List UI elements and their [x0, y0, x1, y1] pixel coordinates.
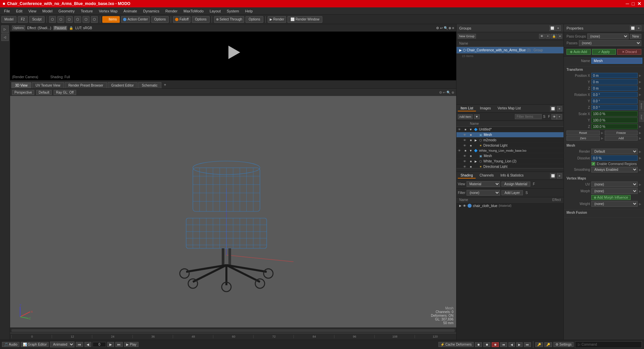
viewport-options-btn[interactable]: Options [12, 26, 25, 30]
items-button[interactable]: Items [102, 16, 120, 23]
zero-button[interactable]: Zero [567, 136, 600, 141]
group-expand[interactable]: ▶ [459, 48, 463, 52]
position-x-value[interactable]: 0 m [591, 73, 638, 78]
tool-icon-3[interactable]: ⬡ [66, 16, 73, 23]
expand-wyl-grp[interactable]: ▶ [475, 160, 478, 163]
settings-button[interactable]: ⚙ Settings [553, 342, 574, 347]
scale-y-value[interactable]: 100.0 % [591, 117, 638, 123]
view-material-select[interactable]: Material [467, 181, 500, 187]
item-row-untitled[interactable]: 👁 ■ ▼ 🔷 Untitled* [457, 127, 564, 132]
options-3-button[interactable]: Options [246, 16, 263, 23]
shading-settings-btn[interactable]: ≡ [557, 173, 562, 179]
reset-button[interactable]: Reset [567, 131, 600, 135]
menu-edit[interactable]: Edit [13, 8, 25, 14]
sculpt-button[interactable]: Sculpt [29, 16, 45, 23]
play-transport-button[interactable]: ▶ Play [124, 342, 138, 347]
add-morph-influence-button[interactable]: ⊕ Add Morph Influence [591, 195, 631, 200]
next-frame-button[interactable]: ▶ [107, 342, 114, 347]
group-item-chair[interactable]: ▶ ⬡ Chair_Conference_with_no_Arms_Blue (… [457, 47, 564, 54]
groups-icon-3[interactable]: 🔒 [551, 34, 557, 39]
new-pass-button[interactable]: New [630, 34, 641, 39]
menu-geometry[interactable]: Geometry [56, 8, 77, 14]
rotation-z-value[interactable]: 0.0 ° [591, 105, 638, 110]
record-btn-red[interactable]: ⏺ [492, 342, 499, 347]
tab-add-button[interactable]: + [162, 82, 168, 88]
props-tab-anim[interactable]: Anim [639, 101, 644, 111]
item-row-mesh[interactable]: 👁 ■ ▣ Mesh [457, 132, 564, 138]
nav-btn-1[interactable]: ⏮ [500, 342, 507, 347]
menu-render[interactable]: Render [163, 8, 180, 14]
tab-gradient-editor[interactable]: Gradient Editor [108, 82, 138, 88]
nav-btn-2[interactable]: ◀ [508, 342, 515, 347]
key-btn-1[interactable]: 🔑 [535, 342, 543, 347]
passes-select[interactable]: (none) [579, 40, 641, 46]
props-tab-xref[interactable]: Xref [639, 112, 644, 122]
maximize-button[interactable]: □ [632, 1, 635, 6]
add-button[interactable]: Add [605, 136, 638, 141]
groups-icon-2[interactable]: + [545, 34, 550, 39]
scale-x-value[interactable]: 100.0 % [591, 111, 638, 116]
freeze-button[interactable]: Freeze [605, 131, 638, 135]
rotation-y-value[interactable]: 0.0 ° [591, 98, 638, 104]
cache-deformers-button[interactable]: ⚡ Cache Deformers [438, 342, 474, 347]
command-input[interactable]: ▷ Command [575, 341, 642, 348]
options-1-button[interactable]: Options [151, 16, 169, 23]
groups-icon-1[interactable]: 👁 [539, 34, 545, 39]
audio-button[interactable]: 🎵 Audio [2, 342, 19, 347]
nav-btn-3[interactable]: ▶ [516, 342, 523, 347]
add-layer-button[interactable]: Add Layer [501, 190, 523, 195]
prev-key-button[interactable]: ⏮ [76, 342, 83, 347]
scale-z-value[interactable]: 100.0 % [591, 124, 638, 129]
props-maximize-btn[interactable]: ⬜ [630, 26, 635, 31]
menu-file[interactable]: File [1, 8, 13, 14]
f2-button[interactable]: F2 [18, 16, 28, 23]
groups-maximize-btn[interactable]: ⬜ [549, 26, 555, 31]
menu-model[interactable]: Model [40, 8, 55, 14]
menu-help[interactable]: Help [243, 8, 256, 14]
item-row-dir-light-1[interactable]: 👁 ■ ☀ Directional Light [457, 143, 564, 148]
sidebar-btn-1[interactable]: ▷ [1, 26, 9, 33]
tool-icon-4[interactable]: ⬡ [74, 16, 81, 23]
tab-item-list[interactable]: Item List [458, 106, 476, 111]
menu-system[interactable]: System [224, 8, 242, 14]
falloff-button[interactable]: Falloff [173, 16, 191, 23]
tool-icon-5[interactable]: ⬡ [83, 16, 90, 23]
filter-none-select[interactable]: (none) [467, 190, 500, 196]
tool-icon-1[interactable]: ⬡ [49, 16, 56, 23]
model-mode-button[interactable]: Model [1, 16, 16, 23]
discard-button[interactable]: ✕ Discard [617, 49, 641, 55]
close-button[interactable]: ✕ [637, 1, 641, 6]
render-window-button[interactable]: ⬜ Render Window [287, 16, 322, 23]
menu-view[interactable]: View [26, 8, 39, 14]
groups-settings-btn[interactable]: ≡ [555, 26, 561, 31]
add-item-button[interactable]: Add Item [458, 114, 473, 119]
record-btn-1[interactable]: ⏺ [475, 342, 482, 347]
shading-item-chair-cloth[interactable]: ▶ 👁 chair_cloth_blue (Material) [457, 203, 564, 209]
item-list-maximize-btn[interactable]: ⬜ [550, 106, 555, 111]
options-2-button[interactable]: Options [192, 16, 209, 23]
rotation-x-value[interactable]: 0.0 ° [591, 92, 638, 97]
tab-schematic[interactable]: Schematic [138, 82, 161, 88]
shading-expand[interactable]: ▶ [459, 204, 462, 207]
item-row-m2modo[interactable]: 👁 ■ ▶ ⬡ m2modo [457, 138, 564, 143]
item-list-settings-btn[interactable]: ≡ [557, 106, 562, 111]
render-button[interactable]: ▶ Render [268, 16, 286, 23]
shading-maximize-btn[interactable]: ⬜ [550, 173, 555, 179]
menu-texture[interactable]: Texture [78, 8, 96, 14]
expand-untitled[interactable]: ▼ [469, 128, 473, 131]
play-button[interactable] [225, 44, 241, 61]
next-key-button[interactable]: ⏭ [115, 342, 123, 347]
menu-vertex-map[interactable]: Vertex Map [96, 8, 120, 14]
minimize-button[interactable]: ─ [626, 1, 629, 6]
prev-frame-button[interactable]: ◀ [85, 342, 91, 347]
record-btn-2[interactable]: ⏺ [483, 342, 490, 347]
nav-btn-4[interactable]: ⏭ [524, 342, 531, 347]
graph-editor-button[interactable]: 📊 Graph Editor [21, 342, 49, 347]
item-list-scrollbar[interactable] [457, 168, 564, 171]
menu-animate[interactable]: Animate [121, 8, 140, 14]
tab-3d-view[interactable]: 3D View [11, 82, 31, 88]
tab-channels[interactable]: Channels [477, 173, 496, 179]
position-y-value[interactable]: 0 m [591, 79, 638, 85]
menu-dynamics[interactable]: Dynamics [141, 8, 162, 14]
animated-select[interactable]: Animated [50, 342, 74, 347]
